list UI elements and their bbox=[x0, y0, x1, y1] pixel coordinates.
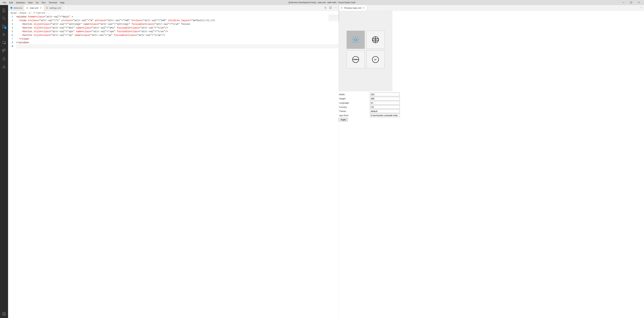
theme-input[interactable] bbox=[370, 110, 400, 113]
activity-remote[interactable] bbox=[0, 38, 8, 47]
preview-button-vpn[interactable]: VPN bbox=[346, 50, 365, 69]
vscode-icon bbox=[10, 6, 12, 9]
window-minimize-button[interactable] bbox=[620, 0, 627, 5]
activity-accounts[interactable] bbox=[0, 310, 8, 318]
svg-text:IP: IP bbox=[374, 58, 377, 61]
height-input[interactable] bbox=[370, 97, 400, 100]
menu-selection[interactable]: Selection bbox=[14, 1, 26, 4]
vpn-icon: VPN bbox=[352, 55, 360, 64]
breadcrumb-item[interactable]: ui bbox=[29, 11, 30, 14]
window-close-button[interactable] bbox=[635, 0, 643, 5]
svg-point-3 bbox=[3, 27, 4, 28]
theme-label: Theme: bbox=[339, 110, 370, 113]
app-root-input[interactable] bbox=[370, 114, 400, 117]
chevron-right-icon: › bbox=[18, 11, 18, 14]
tabs-right: Preview main.xml bbox=[339, 5, 644, 11]
menu-view[interactable]: View bbox=[27, 1, 34, 4]
code-content[interactable]: <window theme=class="attr-val">"main" > … bbox=[16, 14, 338, 318]
activity-search[interactable] bbox=[0, 14, 8, 22]
chevron-right-icon: › bbox=[32, 11, 32, 14]
preview-button-settings[interactable] bbox=[346, 31, 365, 49]
menu-edit[interactable]: Edit bbox=[8, 1, 14, 4]
editor-group-right: Preview main.xml bbox=[339, 5, 644, 318]
tab-preview-main-xml[interactable]: Preview main.xml bbox=[339, 5, 367, 11]
more-actions-button[interactable] bbox=[640, 6, 642, 9]
preview-icon bbox=[340, 6, 343, 9]
preview-window: DNS VPN IP bbox=[339, 11, 392, 91]
svg-point-17 bbox=[336, 7, 336, 8]
tab-welcome[interactable]: Welcome bbox=[8, 5, 24, 11]
dns-icon: DNS bbox=[371, 35, 380, 44]
tab-settings-xml[interactable]: settings.xml bbox=[44, 5, 63, 11]
window-controls bbox=[620, 0, 643, 5]
debug-icon bbox=[2, 32, 6, 36]
activity-source-control[interactable]: 1 bbox=[0, 22, 8, 30]
menu-run[interactable]: Run bbox=[40, 1, 47, 4]
split-editor-button[interactable] bbox=[329, 6, 332, 9]
close-icon bbox=[363, 7, 364, 9]
preview-button-ip[interactable]: IP bbox=[366, 50, 384, 69]
menu-bar: File Edit Selection View Go Run Terminal… bbox=[1, 1, 66, 4]
svg-point-13 bbox=[46, 8, 46, 9]
rss-icon bbox=[46, 6, 48, 9]
svg-point-20 bbox=[641, 7, 641, 8]
svg-point-16 bbox=[335, 7, 336, 8]
rss-icon bbox=[34, 11, 36, 14]
tab-label: main.xml bbox=[30, 7, 38, 9]
svg-rect-5 bbox=[2, 41, 6, 43]
breadcrumb-item[interactable]: default bbox=[20, 11, 26, 14]
menu-go[interactable]: Go bbox=[34, 1, 40, 4]
titlebar: File Edit Selection View Go Run Terminal… bbox=[0, 0, 644, 5]
breadcrumb-item[interactable]: ... bbox=[48, 11, 50, 14]
search-icon bbox=[2, 16, 6, 20]
svg-rect-0 bbox=[630, 2, 632, 3]
app-root-label: App Root: bbox=[339, 114, 370, 117]
preview-button-dns[interactable]: DNS bbox=[366, 31, 384, 49]
files-icon bbox=[2, 8, 6, 12]
tab-label: settings.xml bbox=[49, 7, 61, 9]
menu-file[interactable]: File bbox=[1, 1, 8, 4]
editor-actions-right bbox=[638, 5, 644, 11]
editor-actions bbox=[322, 5, 338, 11]
compare-changes-button[interactable] bbox=[324, 6, 327, 9]
language-label: Language: bbox=[339, 102, 370, 104]
breadcrumb[interactable]: design › default › ui › main.xml › ... bbox=[8, 11, 338, 14]
svg-point-15 bbox=[335, 7, 335, 8]
more-actions-button[interactable] bbox=[334, 6, 337, 9]
window-maximize-button[interactable] bbox=[627, 0, 635, 5]
gear-icon bbox=[352, 35, 360, 44]
country-label: Country: bbox=[339, 106, 370, 108]
chevron-right-icon: › bbox=[27, 11, 28, 14]
split-handle[interactable] bbox=[339, 5, 339, 22]
svg-point-22 bbox=[355, 39, 357, 41]
menu-terminal[interactable]: Terminal bbox=[47, 1, 58, 4]
tab-close-button[interactable] bbox=[362, 6, 365, 9]
activity-custom[interactable] bbox=[0, 63, 8, 71]
activity-extensions[interactable] bbox=[0, 47, 8, 55]
svg-point-11 bbox=[4, 313, 5, 314]
extensions-icon bbox=[2, 49, 6, 53]
tab-close-button[interactable] bbox=[40, 6, 42, 9]
code-editor[interactable]: 123456789 <window theme=class="attr-val"… bbox=[8, 14, 338, 318]
activity-testing[interactable] bbox=[0, 55, 8, 63]
width-input[interactable] bbox=[370, 93, 400, 96]
remote-icon bbox=[2, 41, 6, 45]
language-input[interactable] bbox=[370, 101, 400, 105]
activity-bar: 1 bbox=[0, 5, 8, 318]
breadcrumb-item[interactable]: main.xml bbox=[36, 11, 45, 14]
svg-point-2 bbox=[3, 25, 4, 26]
ellipsis-icon bbox=[334, 6, 337, 9]
apply-button[interactable]: Apply bbox=[339, 118, 348, 121]
triangle-icon bbox=[2, 65, 6, 69]
minimap[interactable] bbox=[328, 14, 338, 21]
svg-point-18 bbox=[34, 13, 34, 13]
tab-main-xml[interactable]: main.xml bbox=[24, 5, 44, 11]
country-input[interactable] bbox=[370, 105, 400, 109]
activity-run-debug[interactable] bbox=[0, 30, 8, 38]
menu-help[interactable]: Help bbox=[58, 1, 66, 4]
activity-explorer[interactable] bbox=[0, 6, 8, 14]
breadcrumb-item[interactable]: design bbox=[10, 11, 17, 14]
tabs-left: Welcome main.xml settings.xml bbox=[8, 5, 338, 11]
scm-badge: 1 bbox=[4, 26, 7, 29]
compare-icon bbox=[324, 6, 327, 9]
